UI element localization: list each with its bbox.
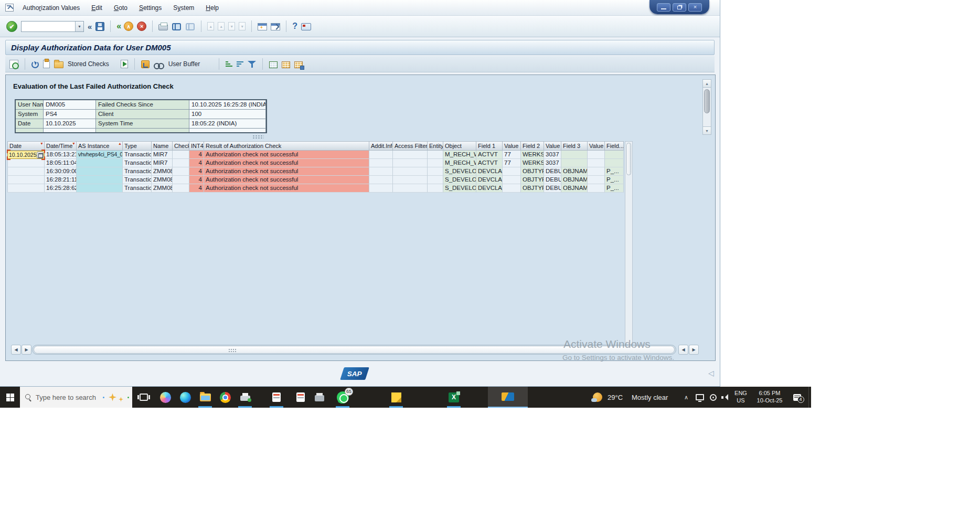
cell-detail-button[interactable] (37, 152, 44, 158)
close-button[interactable]: × (688, 3, 702, 12)
find-next-icon[interactable] (185, 22, 195, 30)
grid-cell-entity[interactable] (428, 176, 443, 184)
scroll-up-icon[interactable]: ▲ (703, 80, 711, 88)
grid-cell-field3[interactable]: OBJNAME (561, 176, 588, 184)
grid-cell-date[interactable] (7, 159, 45, 167)
grid-cell-int4[interactable]: 4 (189, 151, 204, 159)
menu-edit[interactable]: Edit (86, 4, 108, 12)
grid-cell-addit_info[interactable] (369, 151, 393, 159)
minimize-button[interactable] (657, 3, 670, 12)
grid-row[interactable]: 16:30:09:003TransactionZMM0814Authorizat… (7, 167, 624, 176)
grid-cell-int4[interactable]: 4 (189, 176, 204, 184)
grid-cell-fieldx[interactable] (605, 151, 624, 159)
grid-cell-value1[interactable] (503, 184, 521, 193)
copy-icon[interactable] (43, 60, 50, 68)
grid-cell-field3[interactable] (561, 151, 588, 159)
grid-cell-object[interactable]: S_DEVELOP (443, 184, 476, 193)
grid-cell-value1[interactable] (503, 176, 521, 184)
evaluation-label-cell[interactable]: User Name (16, 100, 44, 110)
sync-tray-button[interactable] (707, 387, 719, 408)
taskbar-item-sap[interactable] (488, 387, 528, 408)
export-icon[interactable] (121, 60, 128, 68)
grid-header-fieldx[interactable]: Field... (605, 141, 624, 151)
grid-cell-datetime[interactable]: 18:05:13:210 (45, 151, 77, 159)
table-settings-icon[interactable] (282, 61, 290, 68)
grid-row[interactable]: 16:28:21:119TransactionZMM0814Authorizat… (7, 176, 624, 184)
scrollbar-thumb[interactable] (704, 89, 710, 113)
transfer-icon[interactable] (141, 60, 150, 68)
grid-cell-result[interactable]: Authorization check not successful (204, 184, 369, 193)
volume-tray-button[interactable] (719, 387, 731, 408)
menu-settings[interactable]: Settings (133, 4, 167, 12)
stored-checks-button[interactable]: Stored Checks (68, 60, 109, 68)
taskbar-item-print-app[interactable] (236, 387, 254, 408)
menu-authorization-values[interactable]: Authorization Values (17, 4, 86, 12)
grid-cell-int4[interactable]: 4 (189, 167, 204, 176)
grid-cell-entity[interactable] (428, 151, 443, 159)
grid-header-type[interactable]: Type (123, 141, 152, 151)
panel-splitter-handle[interactable] (252, 135, 264, 139)
grid-cell-value2[interactable]: DEBUG (544, 167, 561, 176)
grid-cell-check[interactable] (173, 159, 189, 167)
grid-cell-value3[interactable] (588, 159, 605, 167)
grid-cell-as_instance[interactable] (77, 176, 123, 184)
grid-cell-fieldx[interactable]: P_... (605, 184, 624, 193)
evaluation-value-cell[interactable]: DM005 (44, 100, 96, 110)
enter-button[interactable]: ✔ (6, 21, 17, 32)
grid-header-as_instance[interactable]: AS Instance▲ (77, 141, 123, 151)
evaluation-label-cell[interactable]: Client (96, 110, 189, 119)
grid-cell-field2[interactable]: WERKS (521, 151, 544, 159)
grid-cell-entity[interactable] (428, 167, 443, 176)
restore-button[interactable] (673, 3, 686, 12)
scroll-right-icon[interactable]: ▶ (689, 345, 699, 355)
weather-desc[interactable]: Mostly clear (632, 387, 668, 408)
filter-icon[interactable] (248, 60, 256, 68)
grid-header-field2[interactable]: Field 2 (521, 141, 544, 151)
grid-cell-int4[interactable]: 4 (189, 184, 204, 193)
grid-cell-field1[interactable]: ACTVT (476, 159, 503, 167)
grid-cell-field3[interactable]: OBJNAME (561, 184, 588, 193)
grid-cell-value2[interactable]: DEBUG (544, 184, 561, 193)
grid-header-int4[interactable]: INT4 (189, 141, 204, 151)
grid-cell-field2[interactable]: OBJTYPE (521, 176, 544, 184)
evaluation-value-cell[interactable]: 10.10.2025 16:25:28 (INDIA) (189, 100, 266, 110)
grid-cell-result[interactable]: Authorization check not successful (204, 176, 369, 184)
evaluation-value-cell[interactable]: 100 (189, 110, 266, 119)
grid-header-field1[interactable]: Field 1 (476, 141, 503, 151)
grid-cell-value3[interactable] (588, 151, 605, 159)
previous-page-icon[interactable]: ▲ (218, 22, 225, 30)
scrollbar-thumb[interactable] (34, 346, 675, 354)
evaluation-label-cell[interactable]: Failed Checks Since (96, 100, 189, 110)
sort-ascending-icon[interactable] (226, 61, 232, 67)
grid-cell-object[interactable]: M_RECH_WRK (443, 151, 476, 159)
grid-header-check[interactable]: Check (173, 141, 189, 151)
menu-system[interactable]: System (167, 4, 200, 12)
grid-header-result[interactable]: Result of Authorization Check (204, 141, 369, 151)
grid-cell-datetime[interactable]: 18:05:11:048 (45, 159, 77, 167)
start-button[interactable] (0, 387, 20, 408)
grid-cell-check[interactable] (173, 151, 189, 159)
grid-cell-as_instance[interactable]: vhvheps4ci_PS4_00 (77, 151, 123, 159)
grid-cell-object[interactable]: S_DEVELOP (443, 176, 476, 184)
taskbar-item-whatsapp[interactable]: 65 (334, 387, 351, 408)
grid-cell-as_instance[interactable] (77, 184, 123, 193)
customize-layout-icon[interactable] (301, 23, 311, 30)
grid-cell-addit_info[interactable] (369, 176, 393, 184)
grid-cell-object[interactable]: M_RECH_WRK (443, 159, 476, 167)
grid-cell-value3[interactable] (588, 167, 605, 176)
scroll-left-icon[interactable]: ◀ (11, 345, 21, 355)
collapse-field-icon[interactable]: « (88, 22, 92, 31)
grid-header-datetime[interactable]: Date/Time▼ (45, 141, 77, 151)
last-page-icon[interactable]: ▼ (239, 22, 246, 30)
grid-cell-field3[interactable] (561, 159, 588, 167)
grid-cell-date-selected[interactable]: 10.10.2025 (7, 151, 45, 159)
grid-cell-field2[interactable]: OBJTYPE (521, 167, 544, 176)
display-details-icon[interactable] (9, 60, 18, 69)
grid-cell-type[interactable]: Transaction (123, 167, 152, 176)
sort-descending-icon[interactable] (237, 61, 243, 67)
grid-cell-value1[interactable]: 77 (503, 151, 521, 159)
grid-cell-check[interactable] (173, 176, 189, 184)
stored-checks-folder-icon[interactable] (54, 61, 63, 68)
grid-header-object[interactable]: Object (443, 141, 476, 151)
grid-cell-value1[interactable] (503, 167, 521, 176)
